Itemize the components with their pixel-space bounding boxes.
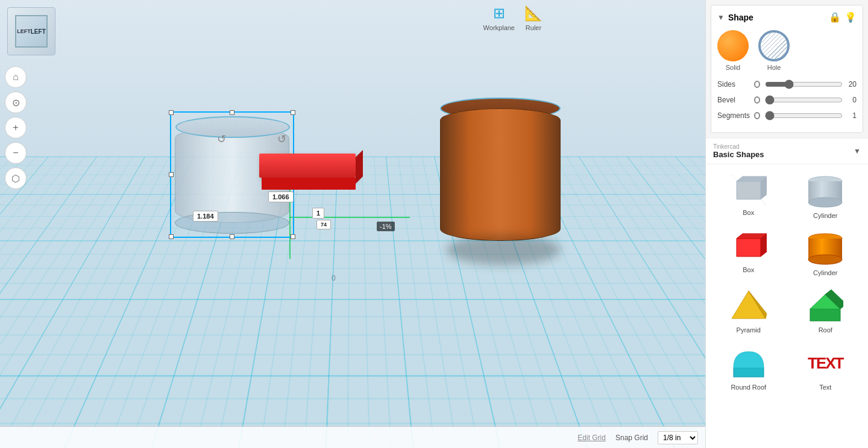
- bottom-bar: Edit Grid Snap Grid 1/8 in 1/16 in 1/4 i…: [0, 426, 705, 448]
- dim-label-1: 1.184: [193, 211, 218, 222]
- 3d-viewport[interactable]: LEFT ⌂ ⊙ + − ⬡ ⊞ Workplane 📐 Ruler: [0, 0, 705, 448]
- shape-item-label-box-red: Box: [743, 266, 754, 273]
- right-panel: ▼ Shape 🔒 💡 Solid Hole Sides 20 Bevel: [705, 0, 868, 448]
- handle-bl[interactable]: [169, 234, 174, 239]
- shape-item-label-cyl-orange: Cylinder: [813, 269, 837, 276]
- hole-circle: [758, 30, 790, 61]
- thumb-box-gray: [731, 175, 767, 205]
- zero-label: 0: [332, 274, 336, 282]
- shape-item-cylinder-orange[interactable]: Cylinder: [788, 226, 864, 282]
- brown-cyl-body: [440, 108, 561, 241]
- dim-label-4: 74: [316, 220, 331, 229]
- handle-bm[interactable]: [230, 234, 234, 239]
- svg-marker-14: [732, 291, 766, 319]
- bevel-value: 0: [843, 96, 857, 104]
- hole-label: Hole: [767, 64, 781, 71]
- library-header: Tinkercad Basic Shapes ▼: [706, 138, 868, 164]
- segments-knob[interactable]: [754, 112, 760, 119]
- svg-marker-0: [737, 181, 761, 199]
- shape-library: Tinkercad Basic Shapes ▼ Box: [706, 138, 868, 448]
- shape-item-label-roof: Roof: [819, 326, 832, 334]
- sides-slider[interactable]: [765, 79, 843, 89]
- svg-point-7: [808, 198, 842, 207]
- shape-item-label-box-gray: Box: [743, 209, 754, 216]
- thumb-cylinder-gray: [807, 175, 843, 208]
- shape-item-label-pyramid: Pyramid: [737, 326, 761, 334]
- handle-tm[interactable]: [230, 110, 234, 115]
- svg-rect-19: [734, 368, 764, 377]
- sides-label: Sides: [717, 80, 754, 89]
- snap-grid-select[interactable]: 1/8 in 1/16 in 1/4 in 1/2 in 1 in: [658, 431, 698, 444]
- shape-item-cylinder-gray[interactable]: Cylinder: [788, 169, 864, 225]
- solid-label: Solid: [726, 64, 740, 71]
- brown-cylinder[interactable]: [440, 108, 561, 241]
- library-brand: Tinkercad: [713, 143, 764, 150]
- brown-cylinder-shadow: [446, 235, 561, 265]
- solid-option[interactable]: Solid: [717, 30, 749, 71]
- red-box-front: [262, 178, 356, 190]
- rotate-handle[interactable]: ↺: [217, 132, 226, 146]
- shape-item-text[interactable]: TEXT Text: [788, 341, 864, 397]
- red-box[interactable]: [259, 154, 356, 178]
- thumb-text: TEXT: [807, 347, 843, 380]
- shape-item-pyramid[interactable]: Pyramid: [711, 284, 787, 340]
- bevel-label: Bevel: [717, 96, 754, 104]
- library-brand-title: Tinkercad Basic Shapes: [713, 143, 764, 159]
- shape-item-label-round-roof: Round Roof: [731, 384, 766, 391]
- shape-panel: ▼ Shape 🔒 💡 Solid Hole Sides 20 Bevel: [711, 5, 863, 133]
- guide-line-h: [289, 217, 410, 218]
- cylinder-top: [175, 116, 290, 138]
- handle-br[interactable]: [291, 234, 295, 239]
- thumb-cylinder-orange: [807, 232, 843, 266]
- shapes-grid: Box Cylinder: [706, 164, 868, 402]
- library-dropdown[interactable]: ▼: [854, 147, 861, 155]
- shape-panel-header: ▼ Shape 🔒 💡: [717, 11, 857, 23]
- shape-item-label-cyl-gray: Cylinder: [813, 212, 837, 219]
- thumb-roof: [807, 290, 843, 323]
- handle-tr[interactable]: [291, 110, 295, 115]
- cylinder-bottom: [175, 212, 289, 234]
- sides-value: 20: [843, 80, 857, 89]
- bevel-row: Bevel 0: [717, 95, 857, 105]
- shape-item-box-gray[interactable]: Box: [711, 169, 787, 225]
- library-title: Basic Shapes: [713, 150, 764, 159]
- handle-ml[interactable]: [169, 172, 174, 177]
- segments-slider[interactable]: [765, 111, 843, 120]
- shape-item-label-text: Text: [819, 384, 831, 391]
- shape-options: Solid Hole: [717, 30, 857, 71]
- rotate-handle2[interactable]: ↺: [277, 132, 286, 146]
- shape-item-box-red[interactable]: Box: [711, 226, 787, 282]
- pct-label: -1%: [377, 222, 395, 231]
- segments-label: Segments: [717, 111, 754, 120]
- thumb-box-red: [731, 232, 767, 263]
- light-icon[interactable]: 💡: [844, 11, 857, 23]
- segments-row: Segments 1: [717, 111, 857, 120]
- edit-grid-link[interactable]: Edit Grid: [577, 434, 606, 442]
- red-box-side: [356, 150, 363, 184]
- bevel-knob[interactable]: [754, 96, 760, 104]
- snap-grid-label: Snap Grid: [615, 434, 648, 442]
- shape-item-round-roof[interactable]: Round Roof: [711, 341, 787, 397]
- shape-panel-title: Shape: [728, 13, 825, 22]
- scene-objects: ↺ ↺ 1.184 1.066 1 74 -1% 0: [0, 0, 705, 448]
- shape-item-roof[interactable]: Roof: [788, 284, 864, 340]
- dim-label-2: 1.066: [268, 191, 294, 202]
- solid-circle: [717, 30, 749, 61]
- text-thumb-label: TEXT: [808, 354, 843, 373]
- lock-icon[interactable]: 🔒: [829, 11, 841, 23]
- svg-point-13: [808, 255, 842, 264]
- sides-knob[interactable]: [754, 81, 760, 88]
- segments-value: 1: [843, 111, 857, 120]
- thumb-pyramid: [731, 290, 767, 323]
- sides-row: Sides 20: [717, 79, 857, 89]
- hole-option[interactable]: Hole: [758, 30, 790, 71]
- dim-label-3: 1: [312, 208, 324, 219]
- thumb-round-roof: [731, 347, 767, 380]
- svg-marker-8: [737, 238, 761, 257]
- panel-chevron-icon[interactable]: ▼: [717, 13, 725, 22]
- svg-rect-16: [810, 309, 840, 321]
- bevel-slider[interactable]: [765, 95, 843, 105]
- handle-tl[interactable]: [169, 110, 174, 115]
